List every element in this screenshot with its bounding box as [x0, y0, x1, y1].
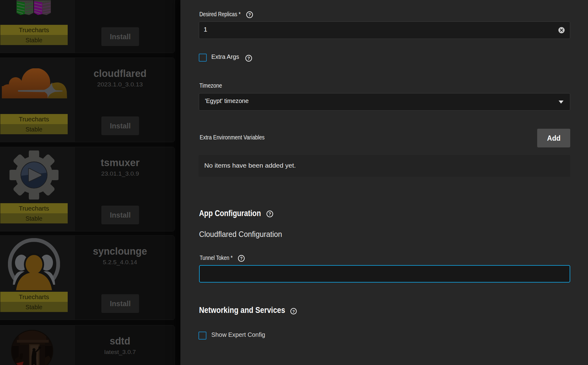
svg-text:?: ?	[269, 211, 271, 216]
svg-text:?: ?	[240, 256, 243, 261]
svg-text:?: ?	[248, 12, 251, 17]
svg-text:?: ?	[292, 309, 295, 314]
svg-text:?: ?	[247, 56, 250, 61]
